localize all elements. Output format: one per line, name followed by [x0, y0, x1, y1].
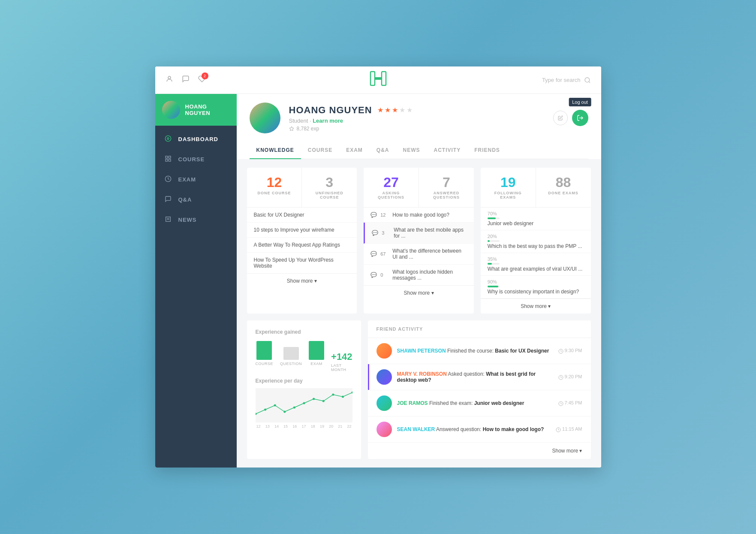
progress-text: Which is the best way to pass the PMP ..… — [488, 243, 584, 249]
qa-count: 67 — [380, 251, 389, 256]
list-item: 10 steps to Improve your wireframe — [247, 223, 357, 238]
top-header: 2 Type for search — [155, 66, 601, 94]
tab-exam[interactable]: EXAM — [339, 142, 370, 159]
activity-action: Answered question: — [436, 426, 483, 432]
exp-per-day-title: Experience per day — [256, 378, 352, 384]
list-item: 70% Junior web designer — [481, 208, 591, 230]
following-exams-label: FOLLOWING EXAMS — [488, 191, 529, 199]
sidebar-item-exam[interactable]: EXAM — [155, 169, 237, 190]
asking-questions-label: ASKING QUESTIONS — [370, 191, 412, 199]
profile-section: HOANG NGUYEN ★ ★ ★ ★ ★ Student · Learn m… — [237, 94, 601, 159]
list-item: How To Speed Up Your WordPress Website — [247, 253, 357, 273]
qa-icon — [164, 196, 172, 204]
last-month-block: +142 LAST MONTH — [331, 351, 352, 372]
profile-role: Student · Learn more — [289, 118, 545, 124]
course-show-more[interactable]: Show more ▾ — [247, 273, 357, 288]
sidebar-nav: DASHBOARD COURSE — [155, 126, 237, 230]
svg-point-4 — [585, 78, 590, 82]
asking-questions-number: 27 — [370, 175, 412, 189]
exp-bar-course: COURSE — [256, 341, 274, 366]
course-icon — [164, 155, 172, 163]
activity-avatar — [376, 369, 392, 385]
activity-time: 9:20 PM — [558, 374, 582, 380]
sidebar-item-qa[interactable]: Q&A — [155, 190, 237, 210]
sidebar-item-dashboard[interactable]: DASHBOARD — [155, 129, 237, 149]
x-label: 19 — [320, 424, 324, 428]
star-3: ★ — [392, 106, 398, 114]
progress-bar — [488, 240, 500, 242]
exam-show-more[interactable]: Show more ▾ — [481, 299, 591, 314]
svg-marker-15 — [289, 127, 294, 131]
progress-pct: 70% — [488, 211, 584, 216]
news-icon — [164, 216, 172, 224]
activity-detail: How to make good logo? — [483, 426, 544, 432]
following-exams-number: 19 — [488, 175, 529, 189]
activity-text: JOE RAMOS Finished the exam: Junior web … — [397, 400, 553, 406]
profile-avatar — [250, 103, 280, 133]
asking-questions-block: 27 ASKING QUESTIONS — [364, 168, 419, 207]
qa-text: What's the difference between UI and ... — [392, 248, 467, 260]
sidebar-item-news[interactable]: NEWS — [155, 210, 237, 230]
svg-point-20 — [274, 404, 276, 407]
comment-icon: 💬 — [370, 272, 377, 278]
progress-bar — [488, 263, 500, 265]
heart-icon[interactable]: 2 — [198, 75, 206, 85]
tab-activity[interactable]: ACTIVITY — [427, 142, 468, 159]
course-list: Basic for UX Designer 10 steps to Improv… — [247, 208, 357, 273]
last-month-label: LAST MONTH — [331, 363, 352, 372]
sidebar: HOANG NGUYEN DASHBOARD — [155, 94, 237, 468]
tab-qa[interactable]: Q&A — [370, 142, 396, 159]
list-item: 💬 12 How to make good logo? — [364, 208, 474, 223]
activity-time: 11:15 AM — [556, 426, 582, 432]
activity-show-more[interactable]: Show more ▾ — [368, 443, 591, 459]
list-item: 35% What are great examples of viral UX/… — [481, 253, 591, 276]
bottom-row: Experience gained COURSE QUESTION — [247, 320, 591, 459]
qa-show-more[interactable]: Show more ▾ — [364, 285, 474, 300]
friend-activity-card: FRIEND ACTIVITY SHAWN PETERSON Finished … — [368, 320, 591, 459]
sidebar-avatar — [162, 101, 180, 119]
search-placeholder-text: Type for search — [542, 77, 581, 83]
progress-text: Junior web designer — [488, 220, 584, 226]
activity-action: Asked question: — [448, 371, 486, 377]
star-2: ★ — [385, 106, 391, 114]
activity-text: MARY V. ROBINSON Asked question: What is… — [397, 371, 553, 383]
sidebar-item-course[interactable]: COURSE — [155, 149, 237, 169]
tab-news[interactable]: NEWS — [396, 142, 427, 159]
progress-bar — [488, 286, 500, 287]
experience-card: Experience gained COURSE QUESTION — [247, 320, 361, 459]
progress-pct: 35% — [488, 256, 584, 262]
sidebar-item-label-exam: EXAM — [178, 176, 196, 183]
svg-rect-10 — [166, 159, 168, 161]
activity-detail: Junior web designer — [474, 400, 524, 406]
chat-icon[interactable] — [182, 75, 190, 85]
qa-text: What are the best mobile apps for ... — [394, 227, 467, 239]
logout-tooltip: Log out — [569, 98, 591, 106]
progress-text: What are great examples of viral UX/UI .… — [488, 266, 584, 272]
svg-point-24 — [313, 398, 315, 400]
logout-button[interactable]: Log out — [572, 110, 588, 126]
tab-knowledge[interactable]: KNOWLEDGE — [250, 142, 301, 159]
qa-stat-header: 27 ASKING QUESTIONS 7 ANSWERED QUESTIONS — [364, 168, 474, 208]
activity-item: SHAWN PETERSON Finished the course: Basi… — [368, 338, 591, 364]
qa-count: 3 — [382, 230, 390, 235]
comment-icon: 💬 — [370, 212, 377, 218]
profile-name-row: HOANG NGUYEN ★ ★ ★ ★ ★ — [289, 105, 545, 116]
learn-more-link[interactable]: Learn more — [313, 118, 343, 124]
svg-point-27 — [341, 396, 343, 398]
progress-pct: 90% — [488, 279, 584, 284]
activity-action: Finished the course: — [447, 348, 495, 354]
tab-course[interactable]: COURSE — [301, 142, 339, 159]
x-label: 22 — [347, 424, 352, 428]
dashboard-icon — [164, 135, 172, 143]
user-icon[interactable] — [166, 75, 173, 85]
exp-bar-label: COURSE — [256, 362, 274, 366]
activity-item: MARY V. ROBINSON Asked question: What is… — [368, 364, 591, 390]
svg-rect-3 — [375, 77, 382, 80]
exp-bar-fill — [283, 347, 299, 360]
search-icon[interactable] — [584, 77, 591, 84]
tab-friends[interactable]: FRIENDS — [467, 142, 507, 159]
edit-button[interactable] — [553, 111, 568, 125]
sidebar-user: HOANG NGUYEN — [155, 94, 237, 126]
unfinished-course-label: UNFINISHED COURSE — [309, 191, 350, 199]
following-exams-block: 19 FOLLOWING EXAMS — [481, 168, 536, 207]
